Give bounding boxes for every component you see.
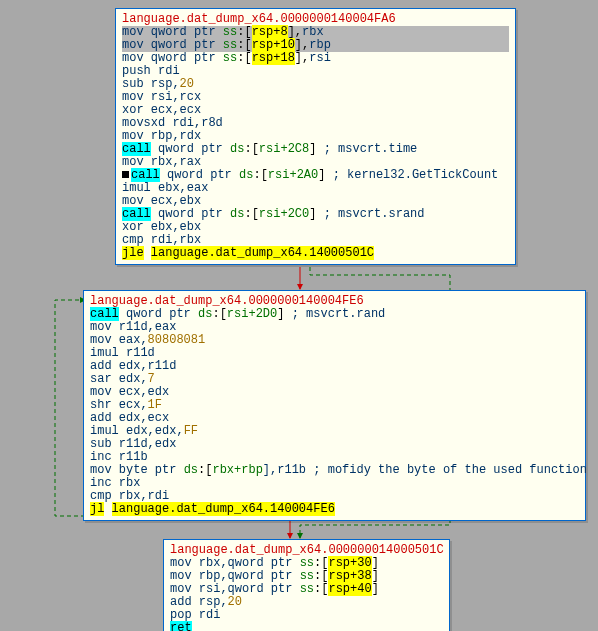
asm-line: mov eax,80808081: [90, 334, 579, 347]
asm-line: sub r11d,edx: [90, 438, 579, 451]
disasm-block-3[interactable]: language.dat_dump_x64.000000014000501C m…: [163, 539, 450, 631]
asm-line: jle language.dat_dump_x64.14000501C: [122, 247, 509, 260]
asm-line: ret: [170, 622, 443, 631]
breakpoint-icon: [122, 171, 129, 178]
asm-line: pop rdi: [170, 609, 443, 622]
disasm-block-1[interactable]: language.dat_dump_x64.0000000140004FA6 m…: [115, 8, 516, 265]
disasm-block-2[interactable]: language.dat_dump_x64.0000000140004FE6 c…: [83, 290, 586, 521]
asm-line: add edx,r11d: [90, 360, 579, 373]
asm-line: mov ecx,edx: [90, 386, 579, 399]
asm-line: jl language.dat_dump_x64.140004FE6: [90, 503, 579, 516]
asm-line: mov byte ptr ds:[rbx+rbp],r11b ; mofidy …: [90, 464, 579, 477]
asm-line: mov qword ptr ss:[rsp+18],rsi: [122, 52, 509, 65]
